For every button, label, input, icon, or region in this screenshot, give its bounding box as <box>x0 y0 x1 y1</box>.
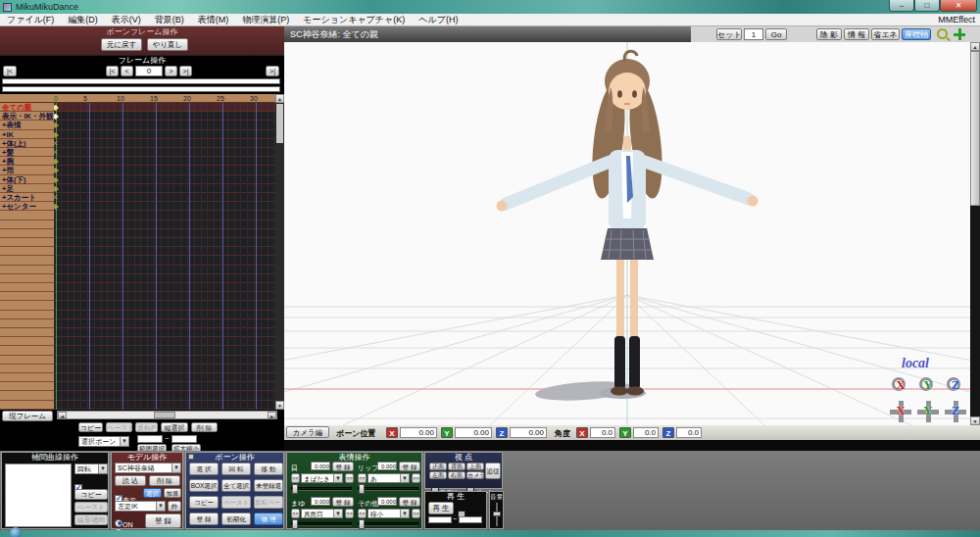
eco-mode-button[interactable]: 省エネ <box>871 28 900 40</box>
face-prev-button-0[interactable]: << <box>291 473 300 483</box>
select-bone-dropdown[interactable]: 選択ボーン▼ <box>78 436 129 447</box>
undo-button[interactable]: 元に戻す <box>101 38 142 51</box>
scroll-up-icon[interactable]: ▲ <box>275 94 284 103</box>
bone-row-label-7[interactable]: +指 <box>2 166 53 174</box>
outer-parent-button[interactable]: 外 <box>168 501 181 512</box>
bone-op-全て選択[interactable]: 全て選択 <box>221 479 251 492</box>
face-morph-dropdown-0[interactable]: まばたき▼ <box>301 473 343 483</box>
bone-row-label-2[interactable]: +表情 <box>2 121 53 129</box>
bone-row-label-9[interactable]: +足 <box>2 184 53 193</box>
frame-number-input[interactable] <box>135 66 163 76</box>
viewport-scrollbar[interactable]: ▲ ▼ <box>970 42 980 425</box>
frame-back5-button[interactable]: |< <box>106 66 119 76</box>
bone-op-ペースト[interactable]: ペースト <box>221 496 251 509</box>
interp-mode-dropdown[interactable]: 回転▼ <box>74 464 108 474</box>
bone-row-label-3[interactable]: +IK <box>2 130 53 139</box>
face-value-1[interactable]: 0.000 <box>377 462 397 470</box>
keyframe-paste-button[interactable]: ペースト <box>106 422 132 432</box>
angle-x-button[interactable]: X <box>576 427 588 438</box>
model-load-button[interactable]: 読 込 <box>115 475 146 486</box>
bone-op-物理[interactable]: 物 理 <box>254 513 283 525</box>
rotate-x-handle-icon[interactable]: X <box>890 375 911 397</box>
face-prev-button-3[interactable]: << <box>358 509 367 518</box>
view-左面[interactable]: 左面 <box>429 471 447 479</box>
model-select-mode-button[interactable]: 選択 <box>143 488 162 498</box>
menu-item-7[interactable]: ヘルプ(H) <box>412 14 465 26</box>
bone-op-コピー[interactable]: コピー <box>189 496 219 509</box>
interpolation-curve-canvas[interactable] <box>5 464 72 527</box>
angle-x-value[interactable]: 0.0 <box>590 427 615 438</box>
timeline-ruler[interactable]: 051015202530 <box>0 94 275 103</box>
bone-op-BOX選択[interactable]: BOX選択 <box>189 479 219 492</box>
face-register-button-2[interactable]: 登 録 <box>332 497 354 507</box>
ik-register-button[interactable]: 登 録 <box>145 513 181 528</box>
face-slider-thumb-2[interactable] <box>292 519 298 529</box>
bone-op-選択[interactable]: 選 択 <box>189 463 219 475</box>
camera-set-button[interactable]: セット <box>716 28 742 40</box>
play-to-input[interactable] <box>459 516 482 523</box>
view-背面[interactable]: 背面 <box>448 463 466 470</box>
face-next-button-3[interactable]: >> <box>412 509 420 518</box>
interp-copy-button[interactable]: コピー <box>74 489 108 500</box>
face-slider-0[interactable] <box>291 487 352 490</box>
bone-row-label-5[interactable]: +髪 <box>2 148 53 157</box>
menu-item-2[interactable]: 表示(V) <box>105 14 148 26</box>
frame-last-button[interactable]: >| <box>266 66 279 76</box>
bone-row-label-4[interactable]: +体(上) <box>2 139 53 148</box>
view-右面[interactable]: 右面 <box>448 471 466 479</box>
hscroll-thumb[interactable] <box>154 412 175 418</box>
play-from-input[interactable] <box>428 516 452 523</box>
axis-toggle-button[interactable]: 座標軸 <box>902 28 931 40</box>
bone-row-label-10[interactable]: +スカート <box>2 193 53 202</box>
close-button[interactable]: ✕ <box>940 0 977 12</box>
bone-op-回転[interactable]: 回 転 <box>221 463 251 475</box>
minimize-button[interactable]: – <box>889 0 914 12</box>
vp-scroll-up-icon[interactable]: ▲ <box>970 42 980 51</box>
keyframe-grid[interactable]: ◆◆◆◆✕✕◆◆◆◆✕◆ <box>54 103 275 410</box>
magnifier-icon[interactable] <box>937 28 948 39</box>
face-slider-thumb-0[interactable] <box>292 484 298 494</box>
shading-button[interactable]: 陰 影 <box>816 28 842 40</box>
pos-z-button[interactable]: Z <box>496 427 508 438</box>
pos-y-value[interactable]: 0.00 <box>455 427 492 438</box>
camera-follow-button[interactable]: 追従 <box>485 463 501 479</box>
face-slider-3[interactable] <box>358 522 418 525</box>
menu-item-1[interactable]: 編集(D) <box>61 14 105 26</box>
frame-first-button[interactable]: |< <box>3 66 17 76</box>
pos-y-button[interactable]: Y <box>441 427 453 438</box>
bone-row-label-1[interactable]: 表示・IK・外観 <box>2 112 53 121</box>
face-register-button-1[interactable]: 登 録 <box>399 462 420 471</box>
timeline-horizontal-scrollbar[interactable]: ◄ ► <box>57 411 277 419</box>
pos-z-value[interactable]: 0.00 <box>510 427 547 438</box>
angle-y-button[interactable]: Y <box>619 427 631 438</box>
keyframe-delete-button[interactable]: 削 除 <box>191 422 218 432</box>
play-button[interactable]: 再 生 <box>428 502 454 514</box>
frame-next-button[interactable]: > <box>165 66 177 76</box>
face-next-button-1[interactable]: >> <box>412 473 420 483</box>
menu-item-0[interactable]: ファイル(F) <box>0 14 61 26</box>
face-slider-thumb-1[interactable] <box>359 484 365 494</box>
face-slider-thumb-3[interactable] <box>359 519 365 529</box>
maximize-button[interactable]: □ <box>914 0 940 12</box>
face-register-button-3[interactable]: 登 録 <box>399 497 420 507</box>
current-frame-button[interactable]: 現フレーム <box>2 411 53 421</box>
menu-item-5[interactable]: 物理演算(P) <box>235 14 296 26</box>
windows-taskbar[interactable] <box>0 530 980 537</box>
model-select-dropdown[interactable]: SC神谷奈緒▼ <box>115 463 181 473</box>
scroll-down-icon[interactable]: ▼ <box>275 401 284 410</box>
face-slider-2[interactable] <box>291 522 352 525</box>
rotate-z-handle-icon[interactable]: Z <box>945 375 966 397</box>
start-orb-icon[interactable] <box>10 527 22 537</box>
bone-row-label-6[interactable]: +腕 <box>2 157 53 166</box>
move-z-handle-icon[interactable]: Z <box>945 401 966 422</box>
vertical-select-button[interactable]: 縦選択 <box>161 422 188 432</box>
face-morph-dropdown-2[interactable]: 真面目▼ <box>301 509 343 518</box>
bone-row-label-8[interactable]: +体(下) <box>2 175 53 184</box>
range-from-input[interactable] <box>137 435 163 443</box>
view-カメラ[interactable]: カメラ <box>466 471 484 479</box>
face-slider-1[interactable] <box>358 487 418 490</box>
linear-interp-button[interactable]: 線形補間 <box>74 514 108 525</box>
face-morph-dropdown-1[interactable]: あ▼ <box>368 473 410 483</box>
face-value-3[interactable]: 0.000 <box>377 497 397 506</box>
frame-prev-button[interactable]: < <box>121 66 133 76</box>
